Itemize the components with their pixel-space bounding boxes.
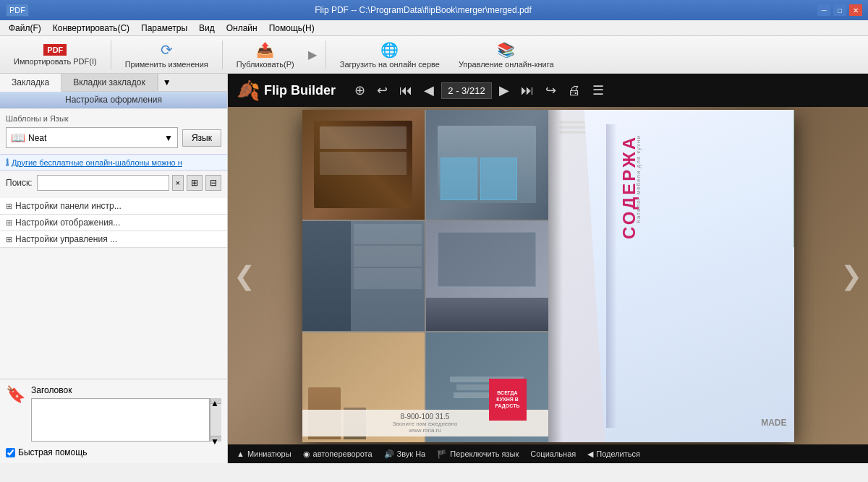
- language-button[interactable]: Язык: [182, 129, 221, 147]
- quick-help-checkbox[interactable]: [6, 448, 15, 457]
- book-spread: 8-900-100 31.5 Звоните нам ежедневно www…: [302, 110, 794, 442]
- online-link-text: Другие бесплатные онлайн-шаблоны можно н: [12, 158, 182, 167]
- tab-bookmark[interactable]: Закладка: [0, 74, 61, 92]
- next-page-button[interactable]: ▶: [495, 79, 514, 101]
- template-select[interactable]: 📖 Neat ▼: [6, 127, 178, 148]
- settings-item-controls[interactable]: ⊞ Настройки управления ...: [0, 231, 227, 248]
- turned-page: СОДЕРЖА Каталог мебели для кухни MADE: [584, 110, 794, 442]
- maximize-button[interactable]: □: [833, 4, 846, 16]
- thumbnails-button[interactable]: ▲ Миниатюры: [237, 449, 292, 458]
- undo-button[interactable]: ↩: [373, 79, 392, 101]
- toolbar: PDF Импортировать PDF(I) ⟳ Применить изм…: [0, 36, 868, 74]
- expand-icon-toolbar: ⊞: [6, 202, 12, 211]
- panel-header: Настройка оформления: [0, 92, 227, 108]
- thumbnails-label: Миниатюры: [247, 449, 292, 458]
- arrow-icon: ▶: [305, 48, 320, 61]
- apply-changes-button[interactable]: ⟳ Применить изменения: [117, 38, 216, 72]
- language-switch-button[interactable]: 🏴 Переключить язык: [437, 449, 519, 459]
- zagolovok-row: 🔖 Заголовок ▲ ▼: [6, 385, 221, 442]
- settings-item-toolbar[interactable]: ⊞ Настройки панели инстр...: [0, 198, 227, 215]
- settings-tree: ⊞ Настройки панели инстр... ⊞ Настройки …: [0, 195, 227, 290]
- share-button[interactable]: ◀ Поделиться: [587, 449, 640, 459]
- upload-button[interactable]: 🌐 Загрузить на онлайн серве: [332, 38, 448, 72]
- left-panel: Закладка Вкладки закладок ▼ Настройка оф…: [0, 74, 228, 463]
- right-panel: 🍂 Flip Builder ⊕ ↩ ⏮ ◀ 2 - 3/212 ▶ ⏭ ↪ 🖨…: [228, 74, 868, 463]
- prev-page-button[interactable]: ◀: [420, 79, 438, 101]
- zagolovok-input-wrapper: ▲ ▼: [31, 398, 221, 442]
- autoplay-button[interactable]: ◉ автопереворота: [303, 449, 373, 459]
- window-icon: PDF: [6, 4, 29, 17]
- first-page-button[interactable]: ⏮: [395, 80, 417, 101]
- manage-button[interactable]: 📚 Управление онлайн-книга: [451, 38, 562, 72]
- zagolovok-textarea[interactable]: [31, 398, 210, 442]
- tab-dropdown-arrow[interactable]: ▼: [158, 74, 176, 90]
- upload-icon: 🌐: [380, 41, 399, 59]
- page-indicator[interactable]: 2 - 3/212: [441, 82, 492, 99]
- apply-label: Применить изменения: [125, 60, 208, 69]
- import-pdf-button[interactable]: PDF Импортировать PDF(I): [6, 40, 105, 69]
- templates-section: Шаблоны и Язык 📖 Neat ▼ Язык: [0, 108, 227, 154]
- social-label: Социальная: [530, 449, 576, 458]
- sound-button[interactable]: 🔊 Звук На: [384, 449, 426, 459]
- kitchen-image-3: [302, 221, 425, 331]
- scroll-down-btn[interactable]: ▼: [210, 436, 221, 442]
- search-expand-button[interactable]: ⊞: [187, 175, 203, 191]
- separator2: [222, 40, 223, 69]
- online-templates-link[interactable]: ℹ Другие бесплатные онлайн-шаблоны можно…: [0, 154, 227, 171]
- settings-item-display[interactable]: ⊞ Настройки отображения...: [0, 215, 227, 231]
- print-button[interactable]: 🖨: [563, 80, 585, 101]
- expand-icon-controls: ⊞: [6, 235, 12, 244]
- tab-bar: Закладка Вкладки закладок ▼: [0, 74, 227, 92]
- nav-right-arrow[interactable]: ❯: [841, 261, 862, 291]
- search-label: Поиск:: [6, 178, 33, 188]
- title-bar: PDF Flip PDF -- C:\ProgramData\flipBook\…: [0, 0, 868, 20]
- share-icon: ◀: [587, 449, 593, 459]
- menu-options[interactable]: Параметры: [135, 22, 193, 35]
- publish-button[interactable]: 📤 Публиковать(Р): [229, 38, 302, 72]
- search-input[interactable]: [37, 175, 169, 191]
- menu-convert[interactable]: Конвертировать(С): [47, 22, 135, 35]
- menu-viewer-button[interactable]: ☰: [588, 79, 608, 101]
- minimize-button[interactable]: ─: [817, 4, 830, 16]
- kitchen-image-2: [426, 110, 548, 220]
- search-collapse-button[interactable]: ⊟: [205, 175, 221, 191]
- last-page-button[interactable]: ⏭: [516, 80, 538, 101]
- redo-button[interactable]: ↪: [541, 79, 561, 101]
- left-shadow: [606, 124, 617, 428]
- zoom-in-button[interactable]: ⊕: [350, 79, 370, 101]
- vertical-subtitle: Каталог мебели для кухни: [635, 135, 642, 223]
- viewer-toolbar: 🍂 Flip Builder ⊕ ↩ ⏮ ◀ 2 - 3/212 ▶ ⏭ ↪ 🖨…: [228, 74, 868, 107]
- scroll-up-btn[interactable]: ▲: [210, 398, 221, 404]
- tab-bookmark-tabs[interactable]: Вкладки закладок: [61, 74, 158, 91]
- search-row: Поиск: × ⊞ ⊟: [0, 171, 227, 195]
- menu-online[interactable]: Онлайн: [221, 22, 263, 35]
- flip-logo-text: Flip Builder: [264, 83, 336, 98]
- shadow-overlay: [548, 110, 563, 442]
- nav-left-arrow[interactable]: ❮: [234, 261, 255, 291]
- book-area: ❮: [228, 107, 868, 444]
- social-button[interactable]: Социальная: [530, 449, 576, 458]
- menu-view[interactable]: Вид: [193, 22, 221, 35]
- menu-help[interactable]: Помощь(Н): [263, 22, 320, 35]
- quick-help-row: Быстрая помощь: [6, 447, 221, 457]
- pdf-icon: PDF: [43, 44, 67, 56]
- bottom-section: 🔖 Заголовок ▲ ▼ Быстрая пом: [0, 379, 227, 463]
- settings-item-toolbar-label: Настройки панели инстр...: [15, 201, 122, 211]
- settings-item-controls-label: Настройки управления ...: [15, 234, 117, 244]
- expand-icon-display: ⊞: [6, 218, 12, 228]
- book-icon: 📖: [11, 131, 25, 145]
- kitchen-image-4: [426, 221, 548, 331]
- info-icon: ℹ: [6, 158, 9, 167]
- dropdown-arrow-icon: ▼: [164, 133, 173, 143]
- zagolovok-icon-wrapper: 🔖: [6, 385, 25, 404]
- quick-help-label: Быстрая помощь: [18, 447, 87, 457]
- zagolovok-content: Заголовок ▲ ▼: [31, 385, 221, 442]
- search-clear-button[interactable]: ×: [172, 175, 184, 191]
- import-label: Импортировать PDF(I): [14, 57, 97, 66]
- kitchen-image-1: [302, 110, 425, 220]
- made-text: MADE: [761, 418, 786, 428]
- autoplay-label: автопереворота: [313, 449, 373, 458]
- zagolovok-scrollbar[interactable]: ▲ ▼: [210, 398, 221, 442]
- close-button[interactable]: ✕: [849, 4, 862, 16]
- menu-file[interactable]: Файл(F): [3, 22, 47, 35]
